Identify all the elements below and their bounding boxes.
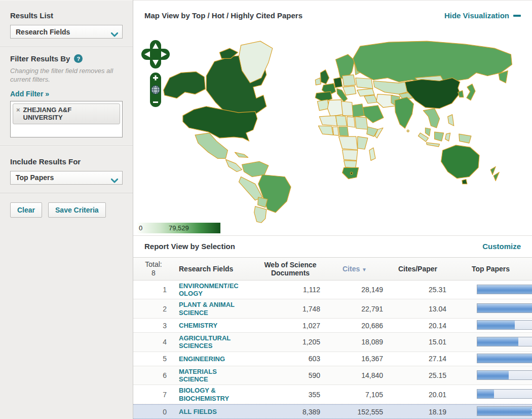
table-row[interactable]: 2 PLANT & ANIMAL SCIENCE 1,748 22,791 13… (133, 299, 532, 319)
field-link[interactable]: CHEMISTRY (174, 322, 239, 329)
map-country[interactable] (344, 160, 357, 168)
map-country[interactable] (225, 159, 242, 171)
map-country[interactable] (336, 116, 347, 126)
filter-box: × ZHEJIANG A&F UNIVERSITY (10, 101, 123, 137)
map-country[interactable] (334, 77, 343, 87)
map-country[interactable] (358, 136, 368, 149)
world-choropleth-map[interactable] (133, 31, 532, 224)
help-icon[interactable]: ? (74, 54, 83, 63)
map-country[interactable] (343, 86, 356, 95)
cites-cell: 18,089 (323, 338, 386, 346)
docs-cell: 590 (257, 371, 323, 379)
filter-tag-label: ZHEJIANG A&F UNIVERSITY (23, 106, 99, 122)
rank-cell: 3 (133, 322, 174, 330)
map-pan-control[interactable] (141, 40, 170, 68)
map-country[interactable] (347, 117, 355, 127)
map-country[interactable] (235, 152, 248, 157)
map-country[interactable] (352, 104, 364, 117)
filter-tag[interactable]: × ZHEJIANG A&F UNIVERSITY (13, 103, 120, 124)
column-header-cites[interactable]: Cites ▼ (323, 265, 386, 273)
map-country[interactable] (364, 95, 377, 103)
results-list-dropdown[interactable]: Research Fields (10, 25, 123, 39)
total-count: Total: 8 (133, 260, 174, 277)
map-zoom-control[interactable] (150, 73, 161, 107)
table-row[interactable]: 7 BIOLOGY & BIOCHEMISTRY 355 7,105 20.01… (133, 385, 532, 404)
map-country[interactable] (467, 84, 475, 100)
rank-cell: 5 (133, 355, 174, 363)
top-papers-bar: 30 (477, 285, 532, 294)
map-country[interactable] (320, 69, 329, 84)
table-row[interactable]: 5 ENGINEERING 603 16,367 27.14 30 (133, 352, 532, 366)
zoom-in-icon[interactable] (155, 75, 157, 80)
map-area: 0 79,529 (133, 31, 532, 236)
field-link[interactable]: BIOLOGY & BIOCHEMISTRY (174, 387, 239, 402)
map-country[interactable] (317, 100, 329, 111)
column-header-cites-per-paper[interactable]: Cites/Paper (386, 265, 449, 273)
map-country[interactable] (369, 148, 375, 160)
map-country[interactable] (458, 90, 464, 97)
map-country[interactable] (357, 88, 374, 96)
clear-button[interactable]: Clear (10, 202, 42, 218)
table-row[interactable]: 1 ENVIRONMENT/ECOLOGY 1,112 28,149 25.31… (133, 281, 532, 300)
top-papers-bar-fill (477, 354, 532, 363)
map-country[interactable] (333, 127, 339, 135)
hide-visualization-link[interactable]: Hide Visualization (444, 11, 521, 20)
zoom-out-icon[interactable] (153, 101, 158, 103)
field-link[interactable]: MATERIALS SCIENCE (174, 368, 239, 383)
top-papers-bar-fill (477, 407, 532, 415)
table-row[interactable]: 0 ALL FIELDS 8,389 152,555 18.19 181 (133, 404, 532, 419)
map-country[interactable] (407, 130, 409, 132)
field-link[interactable]: ALL FIELDS (174, 408, 239, 415)
include-results-dropdown[interactable]: Top Papers (10, 171, 123, 185)
map-country[interactable] (319, 116, 337, 126)
map-country[interactable] (315, 78, 321, 85)
field-link[interactable]: AGRICULTURAL SCIENCES (174, 334, 239, 350)
field-link[interactable]: ENGINEERING (174, 355, 239, 363)
column-header-research-fields[interactable]: Research Fields (174, 265, 257, 273)
field-link[interactable]: ENVIRONMENT/ECOLOGY (174, 282, 239, 298)
map-country[interactable] (343, 150, 358, 160)
add-filter-link[interactable]: Add Filter » (10, 90, 49, 98)
map-country[interactable] (445, 133, 450, 141)
filter-note: Changing the filter field removes all cu… (10, 67, 123, 84)
map-country[interactable] (355, 117, 368, 129)
table-row[interactable]: 4 AGRICULTURAL SCIENCES 1,205 18,089 15.… (133, 333, 532, 352)
column-header-top-papers[interactable]: Top Papers (449, 265, 532, 273)
map-country[interactable] (239, 177, 262, 200)
field-link[interactable]: PLANT & ANIMAL SCIENCE (174, 301, 239, 317)
map-country[interactable] (343, 75, 356, 86)
map-country[interactable] (356, 78, 373, 88)
map-country[interactable] (435, 132, 444, 141)
results-list-title: Results List (10, 11, 123, 20)
map-country[interactable] (493, 172, 499, 181)
map-country[interactable] (254, 206, 267, 223)
map-country[interactable] (242, 161, 269, 177)
map-country[interactable] (350, 172, 352, 174)
map-country[interactable] (258, 197, 268, 207)
cites-per-paper-cell: 20.14 (386, 322, 449, 330)
map-country[interactable] (448, 115, 454, 126)
customize-link[interactable]: Customize (482, 242, 521, 251)
chevron-down-icon (111, 30, 118, 39)
map-country[interactable] (426, 143, 439, 147)
map-country[interactable] (462, 179, 467, 184)
map-country[interactable] (441, 145, 479, 178)
rank-cell: 4 (133, 338, 174, 346)
map-country[interactable] (425, 128, 430, 136)
table-row[interactable]: 6 MATERIALS SCIENCE 590 14,840 25.15 16 (133, 366, 532, 386)
map-country[interactable] (395, 97, 413, 128)
docs-cell: 1,112 (257, 286, 323, 294)
map-country[interactable] (459, 134, 471, 143)
globe-icon[interactable] (151, 85, 160, 94)
map-country[interactable] (318, 126, 333, 135)
save-criteria-button[interactable]: Save Criteria (48, 202, 106, 218)
rank-cell: 2 (133, 305, 174, 313)
map-country[interactable] (341, 101, 353, 116)
map-country[interactable] (339, 136, 358, 150)
map-country[interactable] (339, 127, 349, 136)
table-row[interactable]: 3 CHEMISTRY 1,027 20,686 20.14 19 (133, 319, 532, 333)
map-country[interactable] (490, 166, 496, 174)
column-header-wos-documents[interactable]: Web of Science Documents (257, 261, 323, 277)
map-country[interactable] (423, 109, 439, 128)
remove-filter-icon[interactable]: × (16, 106, 20, 114)
